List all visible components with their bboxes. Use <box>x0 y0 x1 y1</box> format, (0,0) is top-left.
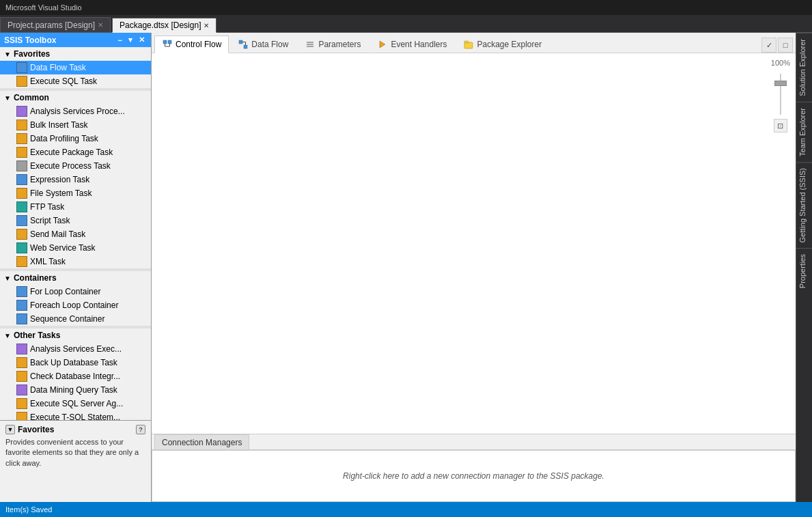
toolbox-header-controls: − ▾ ✕ <box>116 35 147 45</box>
toolbox-item-send-mail-task[interactable]: Send Mail Task <box>0 227 151 241</box>
collapse-btn[interactable]: ▼ <box>5 425 15 434</box>
section-header-common[interactable]: ▼ Common <box>0 91 151 104</box>
svg-rect-1 <box>168 40 171 44</box>
label-web-service-task: Web Service Task <box>30 243 96 253</box>
validate-btn[interactable]: ✓ <box>761 38 776 53</box>
icon-foreach-loop-container <box>16 300 27 311</box>
toolbox-item-data-profiling-task[interactable]: Data Profiling Task <box>0 132 151 145</box>
label-execute-package-task: Execute Package Task <box>30 148 113 157</box>
toolbox-item-execute-t-sql-statem[interactable]: Execute T-SQL Statem... <box>0 410 151 420</box>
zoom-label: 100% <box>771 59 790 67</box>
toolbox-item-analysis-services-proc[interactable]: Analysis Services Proce... <box>0 104 151 118</box>
tab-package-dtsx[interactable]: Package.dtsx [Design] ✕ <box>112 18 216 33</box>
toolbox-content: ▼ Favorites Data Flow Task Execute SQL T… <box>0 47 151 420</box>
toolbox-info-title-text: Favorites <box>18 425 54 434</box>
designer-tab-label-control-flow: Control Flow <box>176 40 221 49</box>
toolbox-item-for-loop-container[interactable]: For Loop Container <box>0 285 151 298</box>
toolbox-item-sequence-container[interactable]: Sequence Container <box>0 312 151 326</box>
package-explorer-icon <box>463 39 474 50</box>
toolbox-item-script-task[interactable]: Script Task <box>0 214 151 227</box>
tab-project-params[interactable]: Project.params [Design] ✕ <box>0 17 111 32</box>
icon-web-service-task <box>16 242 27 253</box>
connection-managers-content[interactable]: Right-click here to add a new connection… <box>152 450 796 502</box>
label-script-task: Script Task <box>30 216 70 225</box>
toolbox-item-web-service-task[interactable]: Web Service Task <box>0 241 151 255</box>
designer-tab-parameters[interactable]: Parameters <box>297 35 368 53</box>
toolbox-item-execute-sql-task[interactable]: Execute SQL Task <box>0 74 151 88</box>
icon-ftp-task <box>16 201 27 212</box>
svg-rect-13 <box>464 42 473 48</box>
icon-execute-sql-server-ag <box>16 398 27 409</box>
designer-tab-data-flow[interactable]: Data Flow <box>230 35 296 53</box>
canvas-area[interactable]: 100% ⊡ <box>152 53 796 434</box>
label-bulk-insert-task: Bulk Insert Task <box>30 120 87 130</box>
toolbox-item-execute-package-task[interactable]: Execute Package Task <box>0 145 151 159</box>
right-panel: Solution Explorer Team Explorer Getting … <box>796 33 812 502</box>
tabs-bar: Project.params [Design] ✕ Package.dtsx [… <box>0 15 812 33</box>
designer-tab-package-explorer[interactable]: Package Explorer <box>456 35 549 53</box>
toolbox-item-ftp-task[interactable]: FTP Task <box>0 200 151 214</box>
parameters-icon <box>305 39 316 50</box>
right-panel-tab-properties[interactable]: Properties <box>796 248 813 294</box>
zoom-slider-thumb[interactable] <box>774 81 787 86</box>
connection-managers-tab[interactable]: Connection Managers <box>154 434 249 449</box>
zoom-expand-btn[interactable]: ⊡ <box>774 119 787 132</box>
toolbox-item-check-database-integr[interactable]: Check Database Integr... <box>0 369 151 383</box>
toolbox-header: SSIS Toolbox − ▾ ✕ <box>0 33 151 47</box>
close-tab-project-params[interactable]: ✕ <box>98 21 103 29</box>
icon-script-task <box>16 215 27 226</box>
designer-tab-event-handlers[interactable]: Event Handlers <box>369 35 454 53</box>
section-label-other-tasks: Other Tasks <box>14 331 60 340</box>
close-tab-package-dtsx[interactable]: ✕ <box>204 22 209 29</box>
icon-execute-sql-task <box>16 76 27 87</box>
center-area: Control Flow Data Flow Parameters <box>152 33 796 502</box>
toolbox-item-execute-sql-server-ag[interactable]: Execute SQL Server Ag... <box>0 397 151 410</box>
status-bar: Item(s) Saved <box>0 502 812 517</box>
section-header-other-tasks[interactable]: ▼ Other Tasks <box>0 329 151 342</box>
toolbox-item-data-flow-task[interactable]: Data Flow Task <box>0 61 151 74</box>
toolbox-item-data-mining-query-task[interactable]: Data Mining Query Task <box>0 383 151 397</box>
label-back-up-database-task: Back Up Database Task <box>30 358 117 367</box>
label-execute-sql-task: Execute SQL Task <box>30 76 97 86</box>
icon-data-profiling-task <box>16 133 27 144</box>
right-panel-tab-getting-started[interactable]: Getting Started (SSIS) <box>796 162 813 248</box>
label-xml-task: XML Task <box>30 257 66 266</box>
toolbox-item-analysis-services-exec[interactable]: Analysis Services Exec... <box>0 342 151 356</box>
label-foreach-loop-container: Foreach Loop Container <box>30 301 118 310</box>
label-for-loop-container: For Loop Container <box>30 287 100 296</box>
toolbox-item-foreach-loop-container[interactable]: Foreach Loop Container <box>0 298 151 312</box>
toolbox-item-execute-process-task[interactable]: Execute Process Task <box>0 159 151 173</box>
section-arrow-containers: ▼ <box>4 275 11 282</box>
designer-tab-bar: Control Flow Data Flow Parameters <box>152 33 796 53</box>
properties-btn[interactable]: □ <box>778 38 793 53</box>
right-panel-tab-solution-explorer[interactable]: Solution Explorer <box>796 33 813 102</box>
toolbox: SSIS Toolbox − ▾ ✕ ▼ Favorites Data Flow… <box>0 33 152 502</box>
svg-rect-6 <box>244 45 247 48</box>
icon-for-loop-container <box>16 286 27 297</box>
label-expression-task: Expression Task <box>30 175 89 184</box>
label-sequence-container: Sequence Container <box>30 314 104 324</box>
icon-data-mining-query-task <box>16 385 27 395</box>
toolbox-dropdown-btn[interactable]: ▾ <box>126 35 135 45</box>
toolbox-item-expression-task[interactable]: Expression Task <box>0 173 151 186</box>
toolbox-info: ▼ Favorites ? Provides convenient access… <box>0 420 151 502</box>
help-btn[interactable]: ? <box>136 425 145 434</box>
control-flow-icon <box>162 39 173 50</box>
icon-analysis-services-proc <box>16 106 27 117</box>
designer-tab-control-flow[interactable]: Control Flow <box>154 36 229 53</box>
toolbox-item-file-system-task[interactable]: File System Task <box>0 186 151 200</box>
toolbox-close-btn[interactable]: ✕ <box>137 35 147 45</box>
toolbox-pin-btn[interactable]: − <box>116 36 124 45</box>
toolbox-item-xml-task[interactable]: XML Task <box>0 255 151 268</box>
icon-sequence-container <box>16 313 27 324</box>
designer-area: Control Flow Data Flow Parameters <box>152 33 796 502</box>
section-header-containers[interactable]: ▼ Containers <box>0 271 151 285</box>
section-header-favorites[interactable]: ▼ Favorites <box>0 47 151 61</box>
toolbox-header-left: SSIS Toolbox <box>4 36 56 45</box>
status-text: Item(s) Saved <box>5 505 52 514</box>
toolbox-item-bulk-insert-task[interactable]: Bulk Insert Task <box>0 118 151 132</box>
toolbox-item-back-up-database-task[interactable]: Back Up Database Task <box>0 356 151 369</box>
icon-execute-process-task <box>16 160 27 171</box>
right-panel-tab-team-explorer[interactable]: Team Explorer <box>796 102 813 162</box>
label-execute-sql-server-ag: Execute SQL Server Ag... <box>30 399 123 408</box>
